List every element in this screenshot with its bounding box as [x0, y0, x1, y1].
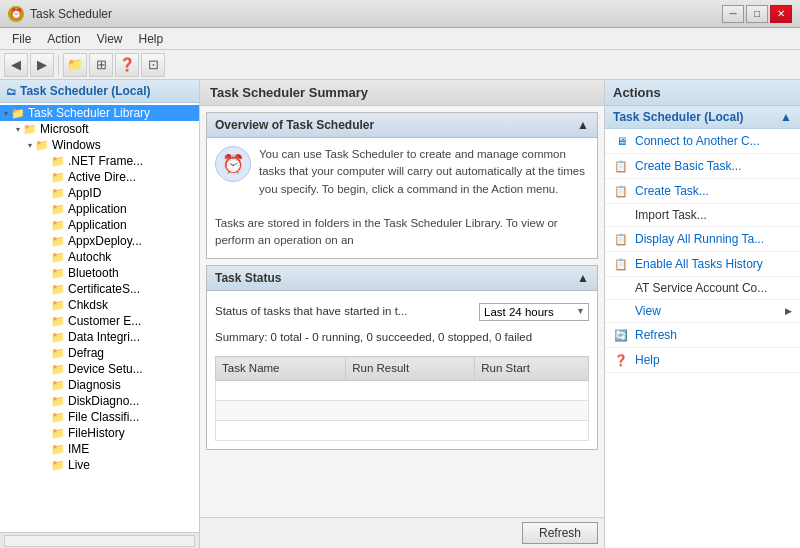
folder-icon: 📁: [51, 267, 65, 280]
action-item[interactable]: 📋Create Task...: [605, 179, 800, 204]
tree-item[interactable]: 📁Bluetooth: [0, 265, 199, 281]
action-group-expand-icon: ▲: [780, 110, 792, 124]
tree-item-label: Bluetooth: [68, 266, 119, 280]
folder-icon: 📁: [51, 283, 65, 296]
tree-item[interactable]: 📁AppxDeploy...: [0, 233, 199, 249]
tree-item-label: AppID: [68, 186, 101, 200]
folder-button[interactable]: 📁: [63, 53, 87, 77]
forward-button[interactable]: ▶: [30, 53, 54, 77]
horizontal-scrollbar[interactable]: [4, 535, 195, 547]
overview-section-header[interactable]: Overview of Task Scheduler ▲: [207, 113, 597, 138]
tree-item[interactable]: 📁IME: [0, 441, 199, 457]
menu-help[interactable]: Help: [131, 30, 172, 48]
action-label: Create Task...: [635, 184, 792, 198]
bottom-bar: Refresh: [200, 517, 604, 548]
tree-item[interactable]: 📁.NET Frame...: [0, 153, 199, 169]
folder-icon: 📁: [51, 459, 65, 472]
tree-item-label: Diagnosis: [68, 378, 121, 392]
left-panel-title: Task Scheduler (Local): [20, 84, 150, 98]
tree-item[interactable]: 📁Live: [0, 457, 199, 473]
action-label: Help: [635, 353, 792, 367]
col-task-name: Task Name: [216, 357, 346, 381]
action-item[interactable]: 🔄Refresh: [605, 323, 800, 348]
tree-item[interactable]: 📁Device Setu...: [0, 361, 199, 377]
tree-item[interactable]: ▾📁Windows: [0, 137, 199, 153]
action-icon: 📋: [613, 183, 629, 199]
extra-button[interactable]: ⊡: [141, 53, 165, 77]
back-button[interactable]: ◀: [4, 53, 28, 77]
task-scheduler-icon: 🗂: [6, 86, 16, 97]
tree-container[interactable]: ▾📁Task Scheduler Library▾📁Microsoft▾📁Win…: [0, 103, 199, 532]
action-item[interactable]: View▶: [605, 300, 800, 323]
folder-icon: 📁: [51, 331, 65, 344]
tree-item[interactable]: ▾📁Task Scheduler Library: [0, 105, 199, 121]
title-bar: ⏰ Task Scheduler ─ □ ✕: [0, 0, 800, 28]
folder-icon: 📁: [11, 107, 25, 120]
action-icon: 📋: [613, 256, 629, 272]
action-label: AT Service Account Co...: [635, 281, 792, 295]
action-group-header[interactable]: Task Scheduler (Local) ▲: [605, 106, 800, 129]
tree-item-label: Task Scheduler Library: [28, 106, 150, 120]
tree-item[interactable]: 📁Application: [0, 201, 199, 217]
menu-action[interactable]: Action: [39, 30, 88, 48]
app-icon: ⏰: [8, 6, 24, 22]
tree-item-label: Autochk: [68, 250, 111, 264]
action-item[interactable]: 🖥Connect to Another C...: [605, 129, 800, 154]
tree-item[interactable]: 📁File Classifi...: [0, 409, 199, 425]
action-item[interactable]: AT Service Account Co...: [605, 277, 800, 300]
action-icon: 🖥: [613, 133, 629, 149]
task-status-title: Task Status: [215, 271, 281, 285]
maximize-button[interactable]: □: [746, 5, 768, 23]
close-button[interactable]: ✕: [770, 5, 792, 23]
tree-item-label: .NET Frame...: [68, 154, 143, 168]
tree-item[interactable]: 📁Application: [0, 217, 199, 233]
main-content: 🗂 Task Scheduler (Local) ▾📁Task Schedule…: [0, 80, 800, 548]
action-icon: 📋: [613, 158, 629, 174]
tree-item-label: Active Dire...: [68, 170, 136, 184]
tree-item[interactable]: 📁DiskDiagno...: [0, 393, 199, 409]
overview-title: Overview of Task Scheduler: [215, 118, 374, 132]
tree-item[interactable]: 📁Diagnosis: [0, 377, 199, 393]
folder-icon: 📁: [51, 379, 65, 392]
refresh-button[interactable]: Refresh: [522, 522, 598, 544]
menu-bar: File Action View Help: [0, 28, 800, 50]
status-dropdown[interactable]: Last 24 hours Last 7 days Last 30 days: [479, 303, 589, 321]
tree-item[interactable]: 📁Data Integri...: [0, 329, 199, 345]
grid-button[interactable]: ⊞: [89, 53, 113, 77]
tree-item[interactable]: 📁CertificateS...: [0, 281, 199, 297]
tree-item[interactable]: 📁AppID: [0, 185, 199, 201]
folder-icon: 📁: [23, 123, 37, 136]
task-status-collapse-icon: ▲: [577, 271, 589, 285]
menu-file[interactable]: File: [4, 30, 39, 48]
action-label: Import Task...: [635, 208, 792, 222]
task-status-header[interactable]: Task Status ▲: [207, 266, 597, 291]
tree-item[interactable]: 📁Chkdsk: [0, 297, 199, 313]
action-icon: 📋: [613, 231, 629, 247]
tree-item-label: Data Integri...: [68, 330, 140, 344]
minimize-button[interactable]: ─: [722, 5, 744, 23]
action-item[interactable]: 📋Display All Running Ta...: [605, 227, 800, 252]
action-item[interactable]: 📋Create Basic Task...: [605, 154, 800, 179]
tree-item[interactable]: 📁Customer E...: [0, 313, 199, 329]
tree-item[interactable]: 📁Active Dire...: [0, 169, 199, 185]
middle-panel: Task Scheduler Summary Overview of Task …: [200, 80, 605, 548]
action-item[interactable]: Import Task...: [605, 204, 800, 227]
help-button[interactable]: ❓: [115, 53, 139, 77]
status-filter-row: Status of tasks that have started in t..…: [215, 299, 589, 325]
action-item[interactable]: 📋Enable All Tasks History: [605, 252, 800, 277]
folder-icon: 📁: [51, 347, 65, 360]
folder-icon: 📁: [51, 219, 65, 232]
tree-item-label: Defrag: [68, 346, 104, 360]
window-title: Task Scheduler: [30, 7, 112, 21]
tree-item[interactable]: 📁FileHistory: [0, 425, 199, 441]
tree-item-label: FileHistory: [68, 426, 125, 440]
overview-text2: Tasks are stored in folders in the Task …: [215, 215, 589, 250]
tree-item[interactable]: ▾📁Microsoft: [0, 121, 199, 137]
tree-item-label: Live: [68, 458, 90, 472]
tree-item[interactable]: 📁Defrag: [0, 345, 199, 361]
action-item[interactable]: ❓Help: [605, 348, 800, 373]
menu-view[interactable]: View: [89, 30, 131, 48]
action-label: View: [635, 304, 779, 318]
action-group-label: Task Scheduler (Local): [613, 110, 743, 124]
tree-item[interactable]: 📁Autochk: [0, 249, 199, 265]
